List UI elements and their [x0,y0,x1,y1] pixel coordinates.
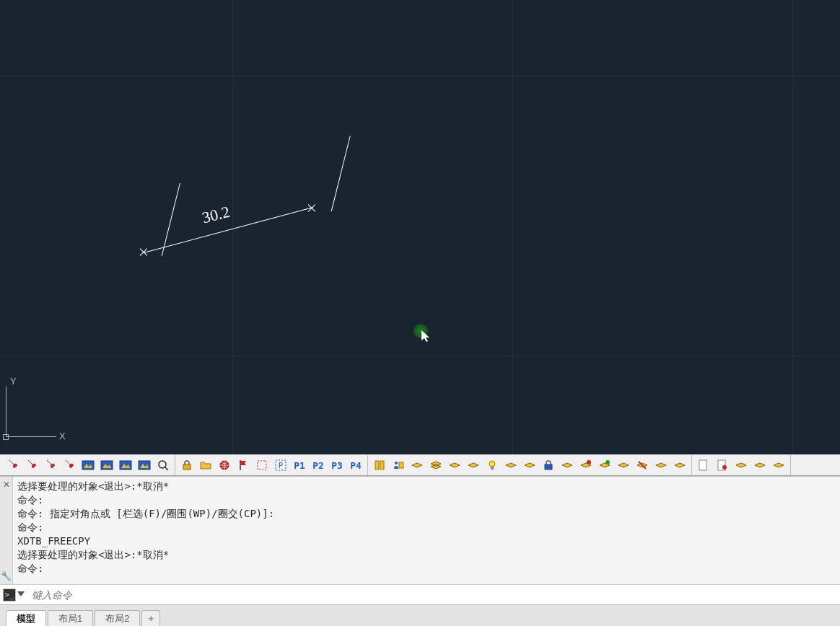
svg-point-17 [395,462,398,464]
svg-rect-21 [545,464,552,470]
layer-z-icon[interactable] [671,457,688,474]
layer-f-icon[interactable] [521,457,538,474]
layer-d-icon[interactable] [465,457,482,474]
svg-rect-3 [101,461,113,470]
svg-point-27 [722,465,727,470]
svg-point-9 [159,461,166,468]
layer-o-icon[interactable] [770,457,787,474]
book-yellow-icon[interactable] [371,457,388,474]
drawing-canvas[interactable]: 30.2 X Y [0,0,840,454]
toolbar-group-2: P P1 P2 P3 P4 [175,455,368,475]
pin-d-icon[interactable] [61,457,78,474]
svg-point-23 [605,460,610,464]
command-input[interactable] [25,587,837,603]
selection-dashed-icon[interactable] [253,457,271,474]
toolbar: P P1 P2 P3 P4 [0,454,840,476]
flag-red-icon[interactable] [235,457,252,474]
close-icon[interactable]: ✕ [3,480,10,490]
pin-c-icon[interactable] [42,457,59,474]
command-prompt-icon[interactable]: >_ [3,588,16,601]
grid-line [512,0,513,454]
svg-rect-11 [183,464,191,470]
picture-d-icon[interactable] [136,457,153,474]
layer-e-icon[interactable] [502,457,520,474]
ucs-y-label: Y [10,376,17,387]
pin-b-icon[interactable] [23,457,40,474]
lock-blue-icon[interactable] [540,457,557,474]
page-a-icon[interactable] [695,457,712,474]
dimension-value: 30.2 [200,203,232,228]
dimension-ext-right [331,136,351,211]
tab-model[interactable]: 模型 [6,610,46,626]
command-log: 选择要处理的对象<退出>:*取消* 命令: 命令: 指定对角点或 [栏选(F)/… [13,477,840,584]
toolbar-group-4 [692,455,791,475]
layout-tabs: 模型 布局1 布局2 + [0,604,840,626]
p3-button[interactable]: P3 [328,457,346,474]
svg-point-19 [489,461,495,467]
tab-add-label: + [148,613,154,624]
svg-point-22 [587,460,591,464]
toolbar-group-3 [368,455,692,475]
tab-layout2[interactable]: 布局2 [95,610,140,626]
zoom-circle-icon[interactable] [154,457,172,474]
layer-g-icon[interactable] [559,457,576,474]
ucs-x-label: X [59,431,66,441]
layer-y-icon[interactable] [652,457,670,474]
layer-m-icon[interactable] [732,457,750,474]
lock-icon[interactable] [178,457,196,474]
svg-rect-20 [491,467,494,470]
svg-rect-7 [139,461,150,470]
tab-label: 布局1 [58,612,82,625]
svg-text:P: P [279,462,283,470]
svg-line-10 [165,467,168,470]
p1-button[interactable]: P1 [291,457,308,474]
folder-open-icon[interactable] [197,457,214,474]
svg-rect-18 [399,462,403,468]
pin-a-icon[interactable] [4,457,22,474]
layer-a-icon[interactable] [408,457,426,474]
layer-j-icon[interactable] [615,457,632,474]
svg-marker-0 [421,330,429,342]
layer-c-icon[interactable] [446,457,463,474]
grid-line [792,0,793,454]
ucs-icon: X Y [3,368,75,440]
p2-button[interactable]: P2 [310,457,327,474]
grid-line [0,76,840,76]
svg-rect-1 [82,461,94,470]
picture-b-icon[interactable] [98,457,115,474]
mouse-cursor-icon [421,330,432,342]
grid-line [0,356,840,356]
layer-b-icon[interactable] [427,457,445,474]
svg-rect-14 [258,461,266,470]
bulb-icon[interactable] [484,457,501,474]
layer-i-icon[interactable] [596,457,613,474]
command-input-row: >_ [0,584,840,604]
tab-label: 模型 [17,612,35,625]
toolbar-group-1 [1,455,175,475]
selection-p-icon[interactable]: P [272,457,289,474]
command-panel-gutter: ✕ 🔧 [0,477,13,584]
layer-h-icon[interactable] [577,457,595,474]
svg-rect-5 [120,461,131,470]
person-book-icon[interactable] [390,457,407,474]
globe-red-icon[interactable] [216,457,233,474]
tab-label: 布局2 [105,612,129,625]
tab-add[interactable]: + [141,610,160,626]
command-history-dropdown-icon[interactable] [17,591,25,599]
tab-layout1[interactable]: 布局1 [48,610,93,626]
wrench-icon[interactable]: 🔧 [1,571,12,581]
page-b-icon[interactable] [714,457,731,474]
svg-rect-25 [699,460,706,470]
layer-x-icon[interactable] [634,457,651,474]
picture-c-icon[interactable] [117,457,134,474]
p4-button[interactable]: P4 [347,457,364,474]
grid-line [232,0,233,454]
picture-a-icon[interactable] [79,457,97,474]
command-panel: ✕ 🔧 选择要处理的对象<退出>:*取消* 命令: 命令: 指定对角点或 [栏选… [0,476,840,604]
layer-n-icon[interactable] [751,457,769,474]
